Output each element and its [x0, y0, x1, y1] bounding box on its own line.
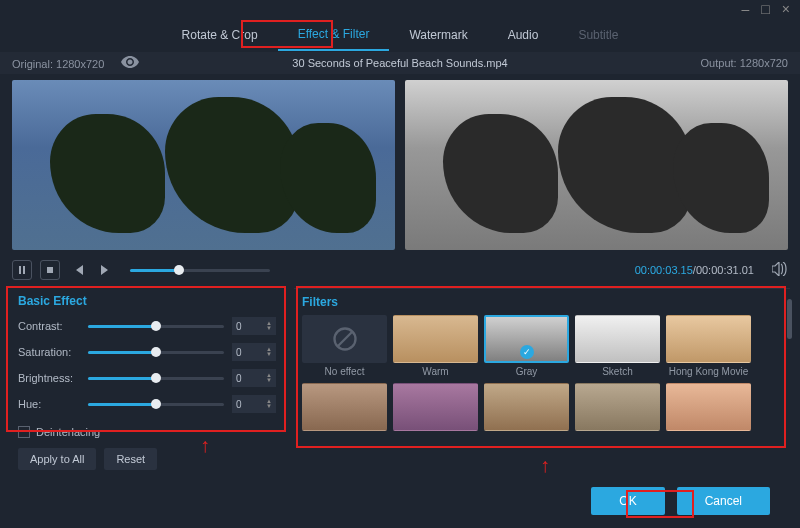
- filter-item[interactable]: [575, 383, 660, 445]
- svg-rect-1: [23, 266, 25, 274]
- tab-effect-filter[interactable]: Effect & Filter: [278, 19, 390, 51]
- pause-button[interactable]: [12, 260, 32, 280]
- output-resolution: Output: 1280x720: [701, 57, 788, 69]
- ok-button[interactable]: OK: [591, 487, 664, 515]
- filter-sketch[interactable]: Sketch: [575, 315, 660, 377]
- filename: 30 Seconds of Peaceful Beach Sounds.mp4: [292, 57, 507, 69]
- preview-output: [405, 80, 788, 250]
- saturation-slider[interactable]: [88, 351, 224, 354]
- svg-line-4: [338, 332, 352, 346]
- deinterlacing-checkbox[interactable]: Deinterlacing: [18, 426, 276, 438]
- timecode: 00:00:03.15/00:00:31.01: [635, 264, 754, 276]
- filter-item[interactable]: [484, 383, 569, 445]
- svg-rect-0: [19, 266, 21, 274]
- filter-warm[interactable]: Warm: [393, 315, 478, 377]
- prev-frame-button[interactable]: [68, 260, 88, 280]
- contrast-label: Contrast:: [18, 320, 80, 332]
- filter-gray[interactable]: ✓Gray: [484, 315, 569, 377]
- maximize-button[interactable]: □: [761, 1, 769, 17]
- reset-button[interactable]: Reset: [104, 448, 157, 470]
- next-frame-button[interactable]: [96, 260, 116, 280]
- brightness-label: Brightness:: [18, 372, 80, 384]
- infobar: Original: 1280x720 30 Seconds of Peacefu…: [0, 52, 800, 74]
- contrast-value[interactable]: 0▲▼: [232, 317, 276, 335]
- apply-to-all-button[interactable]: Apply to All: [18, 448, 96, 470]
- original-resolution: Original: 1280x720: [12, 58, 104, 70]
- preview-eye-icon[interactable]: [121, 58, 139, 70]
- svg-rect-2: [47, 267, 53, 273]
- tabstrip: Rotate & Crop Effect & Filter Watermark …: [0, 18, 800, 52]
- tab-subtitle[interactable]: Subtitle: [558, 20, 638, 50]
- minimize-button[interactable]: –: [742, 1, 750, 17]
- saturation-label: Saturation:: [18, 346, 80, 358]
- tab-rotate-crop[interactable]: Rotate & Crop: [162, 20, 278, 50]
- basic-effect-panel: Basic Effect Contrast: 0▲▼ Saturation: 0…: [10, 288, 284, 476]
- filter-item[interactable]: [393, 383, 478, 445]
- tab-watermark[interactable]: Watermark: [389, 20, 487, 50]
- tab-audio[interactable]: Audio: [488, 20, 559, 50]
- seek-slider[interactable]: [130, 269, 270, 272]
- hue-value[interactable]: 0▲▼: [232, 395, 276, 413]
- filter-item[interactable]: [666, 383, 751, 445]
- contrast-slider[interactable]: [88, 325, 224, 328]
- volume-icon[interactable]: [772, 262, 788, 279]
- filter-item[interactable]: [302, 383, 387, 445]
- cancel-button[interactable]: Cancel: [677, 487, 770, 515]
- filters-title: Filters: [302, 295, 782, 309]
- saturation-value[interactable]: 0▲▼: [232, 343, 276, 361]
- hue-label: Hue:: [18, 398, 80, 410]
- basic-effect-title: Basic Effect: [18, 294, 276, 308]
- filters-scrollbar[interactable]: [787, 299, 792, 339]
- filter-hong-kong-movie[interactable]: Hong Kong Movie: [666, 315, 751, 377]
- filter-no-effect[interactable]: No effect: [302, 315, 387, 377]
- brightness-value[interactable]: 0▲▼: [232, 369, 276, 387]
- stop-button[interactable]: [40, 260, 60, 280]
- preview-original: [12, 80, 395, 250]
- close-button[interactable]: ×: [782, 1, 790, 17]
- brightness-slider[interactable]: [88, 377, 224, 380]
- hue-slider[interactable]: [88, 403, 224, 406]
- filters-panel: Filters No effect Warm ✓Gray Sketch Hong…: [294, 288, 790, 476]
